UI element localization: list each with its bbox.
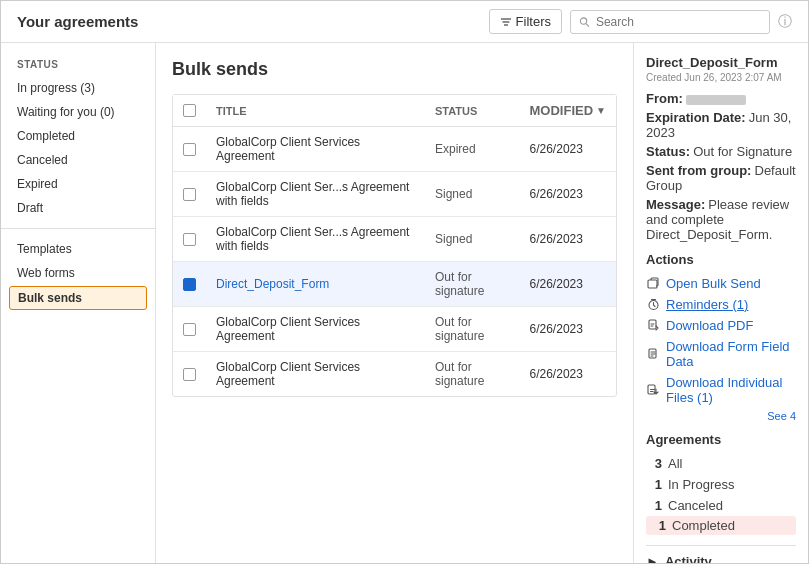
row-title-3: Direct_Deposit_Form bbox=[206, 262, 425, 307]
table-container: TITLE STATUS MODIFIED ▼ GlobalCorp Clien… bbox=[172, 94, 617, 397]
sidebar-item-completed[interactable]: Completed bbox=[1, 124, 155, 148]
table-row[interactable]: GlobalCorp Client Ser...s Agreement with… bbox=[173, 217, 616, 262]
row-title-5: GlobalCorp Client Services Agreement bbox=[206, 352, 425, 397]
rp-status: Status: Out for Signature bbox=[646, 144, 796, 159]
sidebar-item-draft[interactable]: Draft bbox=[1, 196, 155, 220]
row-modified-2: 6/26/2023 bbox=[520, 217, 616, 262]
title-col-header: TITLE bbox=[206, 95, 425, 127]
search-icon bbox=[579, 16, 590, 28]
download-individual-icon bbox=[646, 383, 660, 397]
sidebar-divider bbox=[1, 228, 155, 229]
agreements-completed-label: Completed bbox=[672, 518, 735, 533]
center-panel: Bulk sends TITLE STATUS MODIFIED ▼ bbox=[156, 43, 633, 563]
row-checkbox-1[interactable] bbox=[183, 188, 196, 201]
check-col-header bbox=[173, 95, 206, 127]
action-download-pdf[interactable]: Download PDF bbox=[646, 315, 796, 336]
rp-from-bar bbox=[686, 95, 746, 105]
sidebar-item-in-progress[interactable]: In progress (3) bbox=[1, 76, 155, 100]
activity-toggle[interactable]: ► Activity bbox=[646, 545, 796, 563]
sidebar-status-label: STATUS bbox=[1, 55, 155, 76]
see-all-link[interactable]: See 4 bbox=[646, 410, 796, 422]
table-row[interactable]: GlobalCorp Client Ser...s Agreement with… bbox=[173, 172, 616, 217]
row-modified-0: 6/26/2023 bbox=[520, 127, 616, 172]
open-icon bbox=[646, 277, 660, 291]
rp-expiration: Expiration Date: Jun 30, 2023 bbox=[646, 110, 796, 140]
activity-label: Activity bbox=[665, 554, 712, 563]
agreements-completed-row: 1 Completed bbox=[646, 516, 796, 535]
sort-icon: ▼ bbox=[596, 105, 606, 116]
row-status-3: Out for signature bbox=[425, 262, 520, 307]
row-modified-5: 6/26/2023 bbox=[520, 352, 616, 397]
table-row[interactable]: GlobalCorp Client Services Agreement Out… bbox=[173, 307, 616, 352]
agreements-all-count: 3 bbox=[646, 456, 662, 471]
agreements-section: Agreements 3 All 1 In Progress 1 Cancele… bbox=[646, 432, 796, 535]
row-status-0: Expired bbox=[425, 127, 520, 172]
table-row[interactable]: Direct_Deposit_Form Out for signature 6/… bbox=[173, 262, 616, 307]
row-checkbox-3[interactable] bbox=[183, 278, 196, 291]
row-modified-4: 6/26/2023 bbox=[520, 307, 616, 352]
action-download-individual[interactable]: Download Individual Files (1) bbox=[646, 372, 796, 408]
agreements-all-label: All bbox=[668, 456, 682, 471]
main-content: STATUS In progress (3) Waiting for you (… bbox=[1, 43, 808, 563]
sidebar-item-expired[interactable]: Expired bbox=[1, 172, 155, 196]
rp-title: Direct_Deposit_Form bbox=[646, 55, 796, 70]
filter-icon bbox=[500, 16, 512, 28]
action-label-reminders: Reminders (1) bbox=[666, 297, 748, 312]
agreements-title: Agreements bbox=[646, 432, 796, 447]
action-download-form-field[interactable]: Download Form Field Data bbox=[646, 336, 796, 372]
row-title-4: GlobalCorp Client Services Agreement bbox=[206, 307, 425, 352]
sidebar-item-bulk-sends[interactable]: Bulk sends bbox=[9, 286, 147, 310]
search-input[interactable] bbox=[596, 15, 761, 29]
right-panel: Direct_Deposit_Form Created Jun 26, 2023… bbox=[633, 43, 808, 563]
table-header-row: TITLE STATUS MODIFIED ▼ bbox=[173, 95, 616, 127]
agreements-inprogress-label: In Progress bbox=[668, 477, 734, 492]
svg-point-3 bbox=[580, 17, 586, 23]
info-icon[interactable]: ⓘ bbox=[778, 13, 792, 31]
agreements-canceled-label: Canceled bbox=[668, 498, 723, 513]
rp-subtitle: Created Jun 26, 2023 2:07 AM bbox=[646, 72, 796, 83]
status-col-header: STATUS bbox=[425, 95, 520, 127]
table-row[interactable]: GlobalCorp Client Services Agreement Exp… bbox=[173, 127, 616, 172]
action-open-bulk-send[interactable]: Open Bulk Send bbox=[646, 273, 796, 294]
top-bar: Your agreements Filters ⓘ bbox=[1, 1, 808, 43]
app-title: Your agreements bbox=[17, 13, 138, 30]
svg-rect-5 bbox=[648, 280, 657, 288]
sidebar-item-waiting[interactable]: Waiting for you (0) bbox=[1, 100, 155, 124]
table-row[interactable]: GlobalCorp Client Services Agreement Out… bbox=[173, 352, 616, 397]
action-label-open: Open Bulk Send bbox=[666, 276, 761, 291]
agreements-inprogress-count: 1 bbox=[646, 477, 662, 492]
modified-col-header[interactable]: MODIFIED ▼ bbox=[520, 95, 616, 127]
row-status-5: Out for signature bbox=[425, 352, 520, 397]
rp-from: From: bbox=[646, 91, 796, 106]
download-pdf-icon bbox=[646, 319, 660, 333]
row-status-2: Signed bbox=[425, 217, 520, 262]
row-status-1: Signed bbox=[425, 172, 520, 217]
row-title-0: GlobalCorp Client Services Agreement bbox=[206, 127, 425, 172]
select-all-checkbox[interactable] bbox=[183, 104, 196, 117]
agreements-all-row: 3 All bbox=[646, 453, 796, 474]
agreements-inprogress-row: 1 In Progress bbox=[646, 474, 796, 495]
search-box bbox=[570, 10, 770, 34]
chevron-right-icon: ► bbox=[646, 554, 659, 563]
row-status-4: Out for signature bbox=[425, 307, 520, 352]
row-checkbox-5[interactable] bbox=[183, 368, 196, 381]
svg-line-4 bbox=[586, 23, 589, 26]
sidebar: STATUS In progress (3) Waiting for you (… bbox=[1, 43, 156, 563]
filter-button[interactable]: Filters bbox=[489, 9, 562, 34]
action-label-download-pdf: Download PDF bbox=[666, 318, 753, 333]
sidebar-item-canceled[interactable]: Canceled bbox=[1, 148, 155, 172]
top-bar-actions: Filters ⓘ bbox=[489, 9, 792, 34]
row-title-2: GlobalCorp Client Ser...s Agreement with… bbox=[206, 217, 425, 262]
row-checkbox-2[interactable] bbox=[183, 233, 196, 246]
sidebar-item-web-forms[interactable]: Web forms bbox=[1, 261, 155, 285]
row-title-1: GlobalCorp Client Ser...s Agreement with… bbox=[206, 172, 425, 217]
row-modified-3: 6/26/2023 bbox=[520, 262, 616, 307]
agreements-canceled-count: 1 bbox=[646, 498, 662, 513]
row-checkbox-0[interactable] bbox=[183, 143, 196, 156]
action-label-download-individual: Download Individual Files (1) bbox=[666, 375, 796, 405]
row-checkbox-4[interactable] bbox=[183, 323, 196, 336]
agreements-completed-count: 1 bbox=[650, 518, 666, 533]
action-reminders[interactable]: Reminders (1) bbox=[646, 294, 796, 315]
clock-icon bbox=[646, 298, 660, 312]
sidebar-item-templates[interactable]: Templates bbox=[1, 237, 155, 261]
